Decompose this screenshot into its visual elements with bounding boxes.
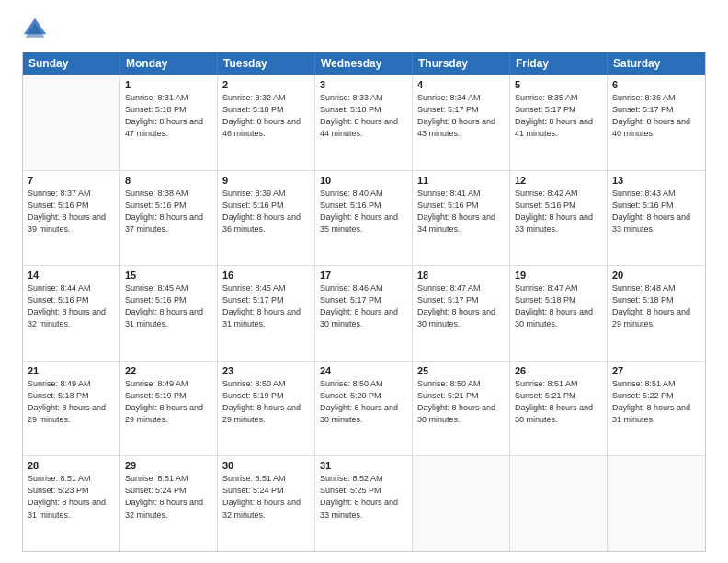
calendar-cell: 14Sunrise: 8:44 AMSunset: 5:16 PMDayligh… bbox=[23, 266, 120, 361]
day-number: 16 bbox=[222, 270, 310, 281]
calendar-cell: 15Sunrise: 8:45 AMSunset: 5:16 PMDayligh… bbox=[120, 266, 218, 361]
day-number: 27 bbox=[612, 365, 700, 376]
cell-info: Sunrise: 8:44 AMSunset: 5:16 PMDaylight:… bbox=[28, 282, 115, 330]
calendar-body: 1Sunrise: 8:31 AMSunset: 5:18 PMDaylight… bbox=[23, 75, 705, 551]
cell-info: Sunrise: 8:36 AMSunset: 5:17 PMDaylight:… bbox=[612, 92, 700, 140]
calendar-cell: 25Sunrise: 8:50 AMSunset: 5:21 PMDayligh… bbox=[413, 362, 510, 456]
day-number: 23 bbox=[222, 365, 310, 376]
cell-info: Sunrise: 8:51 AMSunset: 5:24 PMDaylight:… bbox=[222, 473, 310, 521]
cell-info: Sunrise: 8:50 AMSunset: 5:20 PMDaylight:… bbox=[320, 378, 407, 426]
cell-info: Sunrise: 8:41 AMSunset: 5:16 PMDaylight:… bbox=[417, 188, 505, 236]
logo bbox=[22, 17, 51, 42]
cell-info: Sunrise: 8:45 AMSunset: 5:16 PMDaylight:… bbox=[125, 282, 212, 330]
calendar-cell bbox=[23, 75, 120, 170]
calendar-cell: 18Sunrise: 8:47 AMSunset: 5:17 PMDayligh… bbox=[413, 266, 510, 361]
cell-info: Sunrise: 8:50 AMSunset: 5:19 PMDaylight:… bbox=[222, 378, 310, 426]
weekday-header: Monday bbox=[120, 52, 218, 75]
calendar-row: 7Sunrise: 8:37 AMSunset: 5:16 PMDaylight… bbox=[23, 170, 705, 266]
calendar-cell: 21Sunrise: 8:49 AMSunset: 5:18 PMDayligh… bbox=[23, 362, 120, 456]
calendar-cell: 28Sunrise: 8:51 AMSunset: 5:23 PMDayligh… bbox=[23, 456, 120, 551]
calendar-header: SundayMondayTuesdayWednesdayThursdayFrid… bbox=[23, 52, 705, 75]
calendar-cell: 12Sunrise: 8:42 AMSunset: 5:16 PMDayligh… bbox=[510, 171, 608, 266]
calendar-row: 21Sunrise: 8:49 AMSunset: 5:18 PMDayligh… bbox=[23, 361, 705, 456]
cell-info: Sunrise: 8:49 AMSunset: 5:18 PMDaylight:… bbox=[28, 378, 115, 426]
day-number: 24 bbox=[320, 365, 407, 376]
cell-info: Sunrise: 8:49 AMSunset: 5:19 PMDaylight:… bbox=[125, 378, 212, 426]
cell-info: Sunrise: 8:35 AMSunset: 5:17 PMDaylight:… bbox=[515, 92, 602, 140]
cell-info: Sunrise: 8:51 AMSunset: 5:24 PMDaylight:… bbox=[125, 473, 212, 521]
cell-info: Sunrise: 8:45 AMSunset: 5:17 PMDaylight:… bbox=[222, 282, 310, 330]
cell-info: Sunrise: 8:40 AMSunset: 5:16 PMDaylight:… bbox=[320, 188, 407, 236]
calendar-cell: 23Sunrise: 8:50 AMSunset: 5:19 PMDayligh… bbox=[218, 362, 315, 456]
cell-info: Sunrise: 8:52 AMSunset: 5:25 PMDaylight:… bbox=[320, 473, 407, 521]
cell-info: Sunrise: 8:46 AMSunset: 5:17 PMDaylight:… bbox=[320, 282, 407, 330]
day-number: 6 bbox=[612, 79, 700, 90]
cell-info: Sunrise: 8:50 AMSunset: 5:21 PMDaylight:… bbox=[417, 378, 505, 426]
day-number: 25 bbox=[417, 365, 505, 376]
day-number: 1 bbox=[125, 79, 212, 90]
calendar-cell bbox=[413, 456, 510, 551]
day-number: 19 bbox=[515, 270, 602, 281]
page-header bbox=[22, 17, 706, 42]
cell-info: Sunrise: 8:39 AMSunset: 5:16 PMDaylight:… bbox=[222, 188, 310, 236]
calendar-cell bbox=[510, 456, 608, 551]
calendar-cell: 7Sunrise: 8:37 AMSunset: 5:16 PMDaylight… bbox=[23, 171, 120, 266]
day-number: 8 bbox=[125, 175, 212, 186]
calendar-cell: 26Sunrise: 8:51 AMSunset: 5:21 PMDayligh… bbox=[510, 362, 608, 456]
calendar-cell: 9Sunrise: 8:39 AMSunset: 5:16 PMDaylight… bbox=[218, 171, 315, 266]
weekday-header: Wednesday bbox=[315, 52, 413, 75]
cell-info: Sunrise: 8:33 AMSunset: 5:18 PMDaylight:… bbox=[320, 92, 407, 140]
day-number: 10 bbox=[320, 175, 407, 186]
calendar-cell: 8Sunrise: 8:38 AMSunset: 5:16 PMDaylight… bbox=[120, 171, 218, 266]
day-number: 21 bbox=[28, 365, 115, 376]
weekday-header: Tuesday bbox=[218, 52, 315, 75]
day-number: 22 bbox=[125, 365, 212, 376]
cell-info: Sunrise: 8:42 AMSunset: 5:16 PMDaylight:… bbox=[515, 188, 602, 236]
calendar-cell: 31Sunrise: 8:52 AMSunset: 5:25 PMDayligh… bbox=[315, 456, 413, 551]
weekday-header: Saturday bbox=[608, 52, 705, 75]
calendar-cell: 19Sunrise: 8:47 AMSunset: 5:18 PMDayligh… bbox=[510, 266, 608, 361]
logo-icon bbox=[22, 17, 48, 42]
day-number: 13 bbox=[612, 175, 700, 186]
day-number: 26 bbox=[515, 365, 602, 376]
calendar-cell: 27Sunrise: 8:51 AMSunset: 5:22 PMDayligh… bbox=[608, 362, 705, 456]
day-number: 28 bbox=[28, 460, 115, 471]
calendar-cell: 11Sunrise: 8:41 AMSunset: 5:16 PMDayligh… bbox=[413, 171, 510, 266]
weekday-header: Friday bbox=[510, 52, 608, 75]
cell-info: Sunrise: 8:38 AMSunset: 5:16 PMDaylight:… bbox=[125, 188, 212, 236]
calendar: SundayMondayTuesdayWednesdayThursdayFrid… bbox=[22, 52, 706, 552]
cell-info: Sunrise: 8:48 AMSunset: 5:18 PMDaylight:… bbox=[612, 282, 700, 330]
calendar-cell: 10Sunrise: 8:40 AMSunset: 5:16 PMDayligh… bbox=[315, 171, 413, 266]
day-number: 14 bbox=[28, 270, 115, 281]
calendar-cell: 5Sunrise: 8:35 AMSunset: 5:17 PMDaylight… bbox=[510, 75, 608, 170]
day-number: 5 bbox=[515, 79, 602, 90]
cell-info: Sunrise: 8:47 AMSunset: 5:18 PMDaylight:… bbox=[515, 282, 602, 330]
cell-info: Sunrise: 8:43 AMSunset: 5:16 PMDaylight:… bbox=[612, 188, 700, 236]
cell-info: Sunrise: 8:34 AMSunset: 5:17 PMDaylight:… bbox=[417, 92, 505, 140]
calendar-cell: 13Sunrise: 8:43 AMSunset: 5:16 PMDayligh… bbox=[608, 171, 705, 266]
calendar-cell: 4Sunrise: 8:34 AMSunset: 5:17 PMDaylight… bbox=[413, 75, 510, 170]
day-number: 9 bbox=[222, 175, 310, 186]
cell-info: Sunrise: 8:32 AMSunset: 5:18 PMDaylight:… bbox=[222, 92, 310, 140]
cell-info: Sunrise: 8:47 AMSunset: 5:17 PMDaylight:… bbox=[417, 282, 505, 330]
cell-info: Sunrise: 8:51 AMSunset: 5:23 PMDaylight:… bbox=[28, 473, 115, 521]
cell-info: Sunrise: 8:31 AMSunset: 5:18 PMDaylight:… bbox=[125, 92, 212, 140]
calendar-row: 1Sunrise: 8:31 AMSunset: 5:18 PMDaylight… bbox=[23, 75, 705, 170]
day-number: 30 bbox=[222, 460, 310, 471]
weekday-header: Sunday bbox=[23, 52, 120, 75]
cell-info: Sunrise: 8:37 AMSunset: 5:16 PMDaylight:… bbox=[28, 188, 115, 236]
calendar-cell: 3Sunrise: 8:33 AMSunset: 5:18 PMDaylight… bbox=[315, 75, 413, 170]
day-number: 15 bbox=[125, 270, 212, 281]
calendar-cell: 16Sunrise: 8:45 AMSunset: 5:17 PMDayligh… bbox=[218, 266, 315, 361]
weekday-header: Thursday bbox=[413, 52, 510, 75]
calendar-cell: 29Sunrise: 8:51 AMSunset: 5:24 PMDayligh… bbox=[120, 456, 218, 551]
day-number: 29 bbox=[125, 460, 212, 471]
day-number: 7 bbox=[28, 175, 115, 186]
calendar-cell: 17Sunrise: 8:46 AMSunset: 5:17 PMDayligh… bbox=[315, 266, 413, 361]
day-number: 17 bbox=[320, 270, 407, 281]
day-number: 18 bbox=[417, 270, 505, 281]
day-number: 2 bbox=[222, 79, 310, 90]
day-number: 11 bbox=[417, 175, 505, 186]
day-number: 3 bbox=[320, 79, 407, 90]
calendar-cell: 30Sunrise: 8:51 AMSunset: 5:24 PMDayligh… bbox=[218, 456, 315, 551]
